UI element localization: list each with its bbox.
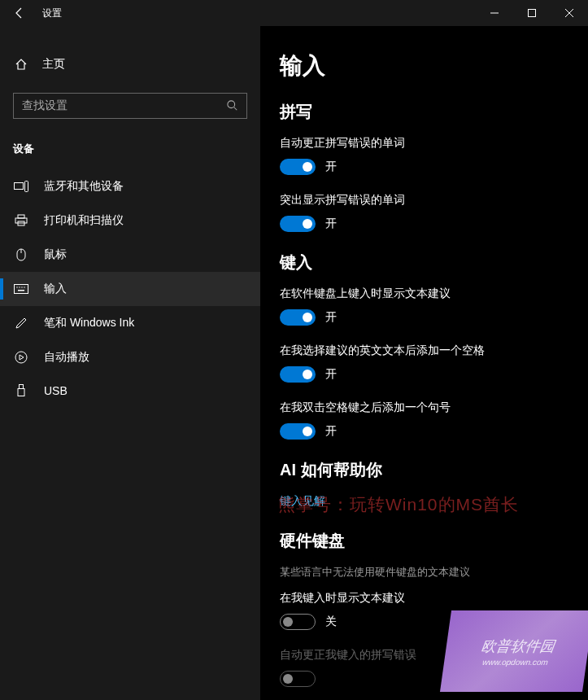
keyboard-icon — [13, 284, 29, 294]
home-label: 主页 — [42, 57, 65, 72]
svg-point-9 — [16, 287, 17, 287]
maximize-icon — [528, 9, 536, 17]
svg-rect-8 — [15, 285, 28, 294]
titlebar: 设置 — [0, 0, 588, 26]
setting-label: 在我选择建议的英文文本后添加一个空格 — [280, 343, 568, 358]
minimize-button[interactable] — [476, 0, 513, 26]
nav-label: 笔和 Windows Ink — [44, 316, 134, 330]
setting-label: 在我双击空格键之后添加一个句号 — [280, 400, 568, 415]
setting-label: 突出显示拼写错误的单词 — [280, 193, 568, 208]
svg-point-12 — [24, 287, 24, 287]
sidebar-item-bluetooth[interactable]: 蓝牙和其他设备 — [0, 169, 260, 203]
typing-insights-link[interactable]: 键入见解 — [280, 494, 568, 509]
svg-rect-13 — [18, 290, 24, 291]
nav-label: 输入 — [44, 282, 67, 296]
window-title: 设置 — [39, 7, 62, 20]
svg-point-10 — [19, 287, 20, 287]
section-hardware-title: 硬件键盘 — [280, 530, 568, 552]
pen-icon — [13, 317, 29, 330]
toggle-autocorrect[interactable] — [280, 159, 316, 175]
svg-rect-16 — [18, 389, 24, 396]
svg-rect-2 — [15, 183, 24, 190]
svg-point-11 — [21, 287, 22, 287]
setting-label: 自动更正我键入的拼写错误 — [280, 648, 568, 663]
toggle-hw-suggestions[interactable] — [280, 614, 316, 630]
toggle-state: 关 — [325, 615, 337, 629]
sidebar-item-autoplay[interactable]: 自动播放 — [0, 340, 260, 374]
sidebar-item-usb[interactable]: USB — [0, 374, 260, 407]
toggle-highlight[interactable] — [280, 216, 316, 232]
minimize-icon — [490, 9, 499, 17]
toggle-state: 开 — [325, 160, 337, 174]
setting-label: 在我键入时显示文本建议 — [280, 591, 568, 606]
home-icon — [13, 58, 29, 71]
sidebar-item-printers[interactable]: 打印机和扫描仪 — [0, 203, 260, 238]
sidebar-item-pen[interactable]: 笔和 Windows Ink — [0, 306, 260, 340]
devices-icon — [13, 181, 29, 192]
nav-label: 鼠标 — [44, 247, 67, 262]
svg-point-14 — [15, 352, 27, 363]
content-area: 输入 拼写 自动更正拼写错误的单词 开 突出显示拼写错误的单词 开 键入 在软件… — [260, 26, 588, 700]
toggle-suggestions[interactable] — [280, 309, 316, 326]
toggle-period[interactable] — [280, 423, 316, 440]
home-nav[interactable]: 主页 — [0, 49, 260, 80]
setting-label: 自动更正拼写错误的单词 — [280, 136, 568, 151]
toggle-hw-autocorrect — [280, 671, 316, 687]
sidebar-item-mouse[interactable]: 鼠标 — [0, 238, 260, 272]
nav-label: 打印机和扫描仪 — [44, 213, 124, 228]
page-title: 输入 — [280, 50, 568, 81]
nav-label: 蓝牙和其他设备 — [44, 179, 124, 194]
search-input[interactable]: 查找设置 — [13, 93, 247, 119]
svg-rect-0 — [529, 10, 536, 17]
nav-label: USB — [44, 384, 68, 397]
printer-icon — [13, 214, 29, 227]
maximize-button[interactable] — [513, 0, 551, 26]
sidebar-section-label: 设备 — [0, 135, 260, 169]
svg-rect-15 — [20, 385, 24, 389]
arrow-left-icon — [13, 7, 26, 20]
toggle-state: 开 — [325, 424, 337, 439]
sidebar-item-typing[interactable]: 输入 — [0, 272, 260, 306]
toggle-state: 开 — [325, 217, 337, 231]
setting-label: 在软件键盘上键入时显示文本建议 — [280, 287, 568, 301]
mouse-icon — [13, 248, 29, 261]
window-controls — [476, 0, 588, 26]
toggle-state: 开 — [325, 310, 337, 325]
autoplay-icon — [13, 351, 29, 364]
sidebar: 主页 查找设置 设备 蓝牙和其他设备 打印机和扫描仪 鼠标 输入 笔和 Wind… — [0, 26, 260, 700]
usb-icon — [13, 384, 29, 397]
toggle-space[interactable] — [280, 366, 316, 383]
section-spelling-title: 拼写 — [280, 101, 568, 123]
section-ai-title: AI 如何帮助你 — [280, 459, 568, 481]
svg-rect-5 — [15, 218, 27, 223]
back-button[interactable] — [0, 0, 39, 26]
search-icon — [227, 100, 238, 112]
svg-point-1 — [228, 101, 235, 108]
nav-label: 自动播放 — [44, 350, 89, 365]
search-placeholder: 查找设置 — [22, 98, 68, 113]
svg-rect-3 — [25, 182, 28, 192]
close-icon — [565, 9, 573, 17]
hardware-subtext: 某些语言中无法使用硬件键盘的文本建议 — [280, 565, 568, 580]
section-typing-title: 键入 — [280, 252, 568, 273]
toggle-state: 开 — [325, 367, 337, 382]
svg-rect-4 — [18, 215, 24, 218]
close-button[interactable] — [551, 0, 588, 26]
